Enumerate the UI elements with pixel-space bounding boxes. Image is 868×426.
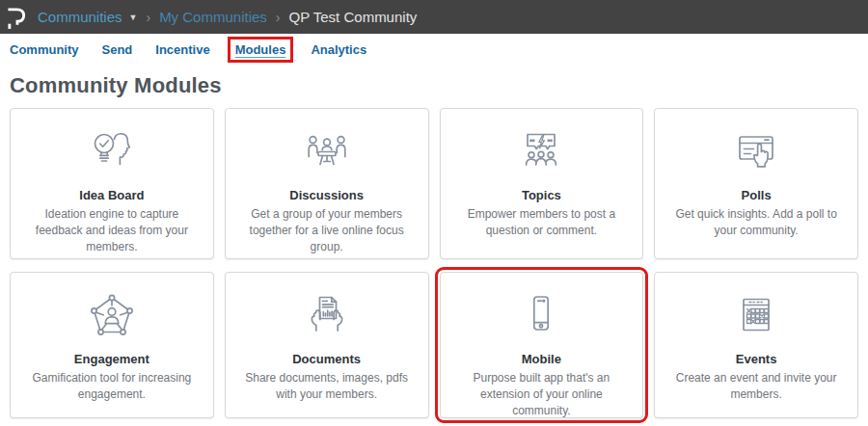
engagement-icon: [11, 290, 213, 346]
section-tab-bar: Community Send Incentive Modules Analyti…: [0, 34, 868, 62]
annotation-box-modules: Modules: [228, 37, 294, 63]
idea-board-icon: [11, 126, 213, 182]
module-card-idea-board[interactable]: Idea Board Ideation engine to capture fe…: [10, 108, 214, 259]
module-grid: Idea Board Ideation engine to capture fe…: [10, 108, 858, 418]
module-card-topics[interactable]: Topics Empower members to post a questio…: [440, 108, 644, 259]
module-title: Topics: [441, 188, 643, 202]
module-description: Get a group of your members together for…: [226, 206, 428, 254]
breadcrumb-current-page: QP Test Community: [288, 9, 417, 25]
topics-icon: [441, 126, 643, 182]
top-navigation-bar: Communities ▼ › My Communities › QP Test…: [0, 0, 868, 34]
module-description: Get quick insights. Add a poll to your c…: [655, 206, 857, 239]
polls-icon: [655, 126, 857, 182]
module-title: Events: [655, 352, 857, 366]
events-icon: [655, 290, 857, 346]
documents-icon: [226, 290, 428, 346]
module-card-engagement[interactable]: Engagement Gamification tool for increas…: [10, 272, 214, 418]
module-title: Engagement: [11, 352, 213, 366]
breadcrumb-separator-icon: ›: [146, 10, 150, 25]
tab-community[interactable]: Community: [10, 42, 79, 57]
module-card-events[interactable]: Events Create an event and invite your m…: [654, 272, 858, 418]
module-description: Share documents, images, pdfs with your …: [226, 370, 428, 403]
tab-send[interactable]: Send: [102, 42, 133, 57]
tab-analytics[interactable]: Analytics: [311, 42, 366, 57]
module-description: Create an event and invite your members.: [655, 370, 857, 403]
module-description: Gamification tool for increasing engagem…: [11, 370, 213, 403]
communities-menu-label: Communities: [38, 9, 122, 25]
module-card-documents[interactable]: Documents Share documents, images, pdfs …: [225, 272, 429, 418]
module-title: Documents: [226, 352, 428, 366]
module-title: Discussions: [226, 188, 428, 202]
page-title: Community Modules: [10, 73, 868, 98]
module-card-polls[interactable]: Polls Get quick insights. Add a poll to …: [654, 108, 858, 259]
tab-modules[interactable]: Modules: [235, 42, 286, 57]
module-description: Ideation engine to capture feedback and …: [11, 206, 213, 254]
tab-incentive[interactable]: Incentive: [155, 42, 209, 57]
discussions-icon: [226, 126, 428, 182]
communities-menu[interactable]: Communities ▼: [38, 9, 137, 25]
questionpro-logo[interactable]: [7, 5, 27, 30]
module-title: Idea Board: [11, 188, 213, 202]
chevron-down-icon: ▼: [129, 12, 138, 22]
module-title: Mobile: [441, 352, 643, 366]
module-description: Empower members to post a question or co…: [441, 206, 643, 239]
module-title: Polls: [655, 188, 857, 202]
module-card-mobile[interactable]: Mobile Purpose built app that's an exten…: [440, 272, 644, 418]
breadcrumb-separator-icon: ›: [276, 10, 281, 25]
module-card-discussions[interactable]: Discussions Get a group of your members …: [225, 108, 429, 259]
module-description: Purpose built app that's an extension of…: [441, 370, 643, 418]
breadcrumb-my-communities[interactable]: My Communities: [159, 9, 267, 25]
mobile-icon: [441, 290, 643, 346]
